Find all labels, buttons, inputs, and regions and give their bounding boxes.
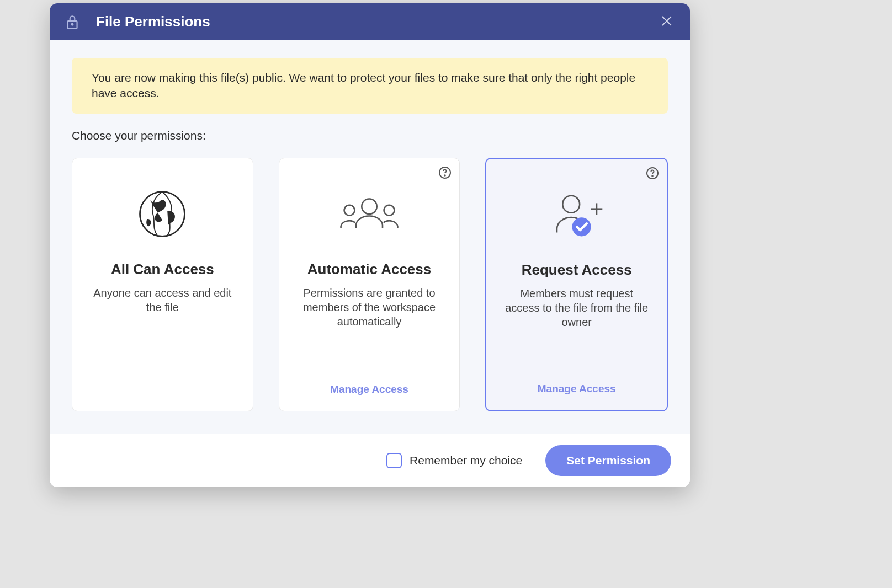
group-icon xyxy=(293,173,447,255)
close-icon[interactable] xyxy=(657,11,677,33)
help-icon[interactable] xyxy=(646,167,659,182)
info-banner: You are now making this file(s) public. … xyxy=(72,58,668,114)
dialog-body: You are now making this file(s) public. … xyxy=(50,40,690,434)
manage-access-link[interactable]: Manage Access xyxy=(538,366,616,395)
card-title: Automatic Access xyxy=(307,261,431,278)
svg-point-15 xyxy=(572,217,591,236)
permission-cards: All Can Access Anyone can access and edi… xyxy=(72,158,668,411)
manage-access-link[interactable]: Manage Access xyxy=(330,367,408,395)
card-automatic-access[interactable]: Automatic Access Permissions are granted… xyxy=(279,158,460,411)
svg-point-1 xyxy=(72,23,73,25)
choose-permissions-label: Choose your permissions: xyxy=(72,129,668,142)
svg-point-12 xyxy=(562,195,580,212)
remember-label: Remember my choice xyxy=(410,454,522,467)
svg-point-9 xyxy=(384,205,395,215)
set-permission-button[interactable]: Set Permission xyxy=(545,445,671,476)
dialog-header: File Permissions xyxy=(50,3,690,40)
card-request-access[interactable]: Request Access Members must request acce… xyxy=(485,158,668,411)
card-description: Members must request access to the file … xyxy=(500,286,654,329)
file-permissions-dialog: File Permissions You are now making this… xyxy=(50,3,690,487)
dialog-footer: Remember my choice Set Permission xyxy=(50,434,690,487)
svg-point-8 xyxy=(344,205,355,215)
help-icon[interactable] xyxy=(438,166,452,181)
svg-point-7 xyxy=(362,199,376,213)
dialog-title: File Permissions xyxy=(96,13,210,30)
card-description: Permissions are granted to members of th… xyxy=(293,286,447,329)
svg-point-11 xyxy=(652,175,653,177)
lock-icon xyxy=(65,14,79,30)
card-description: Anyone can access and edit the file xyxy=(86,286,240,314)
svg-point-4 xyxy=(140,191,185,236)
card-title: All Can Access xyxy=(111,261,214,278)
card-all-can-access[interactable]: All Can Access Anyone can access and edi… xyxy=(72,158,253,411)
remember-choice-checkbox[interactable]: Remember my choice xyxy=(386,453,522,468)
card-title: Request Access xyxy=(522,261,632,279)
request-user-icon xyxy=(500,173,654,256)
checkbox-box xyxy=(386,453,402,468)
globe-icon xyxy=(86,173,240,255)
svg-point-6 xyxy=(445,175,446,176)
